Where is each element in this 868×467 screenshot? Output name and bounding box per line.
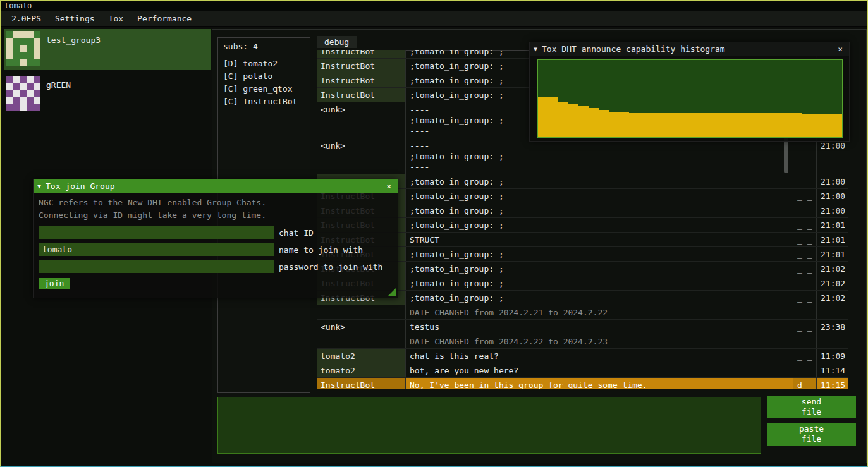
status-cell: d — [793, 378, 816, 389]
join-name-row: tomatoname to join with — [39, 243, 393, 256]
member-item: [C] green_qtox — [223, 83, 310, 95]
histogram-bar — [690, 113, 700, 137]
status-cell: _ _ — [793, 233, 816, 246]
group-avatar — [6, 76, 40, 111]
join-group-titlebar[interactable]: ▼ Tox join Group × — [34, 179, 398, 193]
member-item: [D] tomato2 — [223, 58, 310, 70]
status-cell: _ _ — [793, 320, 816, 334]
sender-cell: tomato2 — [317, 363, 405, 377]
message-text-cell: No, I've been in this group for quite so… — [405, 378, 793, 389]
status-cell: _ _ — [793, 349, 816, 363]
join-name-input[interactable]: tomato — [39, 243, 274, 256]
time-cell: 23:38 — [816, 320, 848, 334]
subs-list: [D] tomato2[C] potato[C] green_qtox[C] I… — [223, 58, 310, 108]
dht-histogram-titlebar[interactable]: ▼ Tox DHT announce capability histogram … — [530, 42, 849, 56]
menu-item-2-0fps[interactable]: 2.0FPS — [5, 13, 47, 25]
histogram-bar — [802, 114, 812, 137]
sender-cell: <unk> — [317, 138, 405, 174]
chat-id-input[interactable] — [39, 226, 274, 239]
group-name: gREEN — [46, 80, 71, 90]
histogram-bar — [832, 114, 842, 137]
histogram-bar — [792, 113, 802, 137]
group-avatar — [6, 31, 40, 66]
close-icon[interactable]: × — [835, 44, 845, 54]
group-item-test-group3[interactable]: test_group3 — [4, 29, 211, 70]
sender-cell: InstructBot — [317, 378, 405, 389]
time-cell: 21:01 — [816, 218, 848, 232]
sender-cell — [317, 305, 405, 319]
menu-item-settings[interactable]: Settings — [49, 13, 101, 25]
member-item: [C] potato — [223, 70, 310, 83]
time-cell: 21:01 — [816, 247, 848, 261]
histogram-bar — [619, 112, 629, 137]
histogram-bar — [558, 102, 568, 137]
histogram-bar — [589, 108, 599, 137]
histogram-bar — [731, 113, 741, 137]
window-title: tomato — [4, 1, 32, 10]
status-cell: _ _ — [793, 138, 816, 174]
message-row: <unk>testus_ _23:38 — [317, 320, 848, 334]
dht-histogram-title: Tox DHT announce capability histogram — [542, 44, 725, 54]
tab-debug[interactable]: debug — [317, 36, 357, 48]
send-file-button[interactable]: send file — [767, 396, 856, 418]
histogram-plot — [537, 59, 843, 138]
status-cell — [793, 334, 816, 348]
message-row: tomato2bot, are you new here?_ _11:14 — [317, 363, 848, 378]
histogram-bar — [599, 110, 609, 137]
histogram-bar — [741, 113, 751, 137]
join-password-row: password to join with — [39, 260, 393, 273]
menu-item-tox[interactable]: Tox — [102, 13, 130, 25]
collapse-arrow-icon[interactable]: ▼ — [37, 183, 41, 190]
join-fields: chat IDtomatoname to join withpassword t… — [34, 226, 398, 273]
histogram-bar — [700, 113, 711, 137]
join-password-label: password to join with — [279, 262, 382, 272]
time-cell: 11:15 — [816, 378, 848, 389]
group-item-green[interactable]: gREEN — [4, 74, 211, 114]
histogram-bar — [751, 113, 761, 137]
dht-histogram-window: ▼ Tox DHT announce capability histogram … — [529, 42, 850, 142]
histogram-bar — [639, 113, 649, 137]
menu-item-performance[interactable]: Performance — [131, 13, 198, 25]
histogram-bar — [781, 113, 792, 137]
status-cell — [793, 305, 816, 319]
message-input[interactable] — [217, 397, 761, 454]
status-cell: _ _ — [793, 174, 816, 188]
time-cell: 11:09 — [816, 349, 848, 363]
message-text-cell: testus — [405, 320, 793, 334]
menu-bar: 2.0FPSSettingsToxPerformance — [1, 11, 867, 27]
date-separator-row: DATE CHANGED from 2024.2.22 to 2024.2.23 — [317, 334, 848, 349]
time-cell: 21:02 — [816, 262, 848, 276]
member-item: [C] InstructBot — [223, 95, 310, 108]
join-password-input[interactable] — [39, 260, 274, 273]
resize-grip[interactable] — [388, 288, 396, 296]
time-cell: 21:00 — [816, 189, 848, 203]
status-cell: _ _ — [793, 218, 816, 232]
histogram-bar — [649, 113, 659, 137]
chat-id-label: chat ID — [279, 228, 314, 238]
collapse-arrow-icon[interactable]: ▼ — [534, 45, 537, 52]
message-text-cell: DATE CHANGED from 2024.2.21 to 2024.2.22 — [405, 305, 793, 319]
sender-cell: InstructBot — [317, 59, 405, 73]
join-button[interactable]: join — [39, 278, 70, 289]
message-text-cell: ;tomato_in_group: ; — [405, 262, 793, 276]
time-cell — [816, 305, 848, 319]
close-icon[interactable]: × — [384, 181, 394, 191]
time-cell: 21:01 — [816, 233, 848, 246]
histogram-bar — [721, 113, 731, 137]
histogram-bar — [629, 113, 639, 137]
message-text-cell: ;tomato_in_group: ; — [405, 247, 793, 261]
status-cell: _ _ — [793, 262, 816, 276]
date-separator-row: DATE CHANGED from 2024.2.21 to 2024.2.22 — [317, 305, 848, 320]
paste-file-button[interactable]: paste file — [767, 423, 856, 446]
time-cell: 21:02 — [816, 276, 848, 290]
group-name: test_group3 — [46, 35, 101, 45]
message-text-cell: ---- ;tomato_in_group: ; ---- — [405, 138, 793, 174]
histogram-bar — [659, 113, 669, 137]
histogram-bar — [548, 97, 558, 137]
histogram-bar — [812, 114, 822, 137]
message-row: <unk>---- ;tomato_in_group: ; ----_ _21:… — [317, 138, 848, 174]
join-group-title: Tox join Group — [46, 181, 115, 191]
join-name-label: name to join with — [279, 245, 363, 255]
chat-id-row: chat ID — [39, 226, 393, 239]
time-cell: 11:14 — [816, 363, 848, 377]
